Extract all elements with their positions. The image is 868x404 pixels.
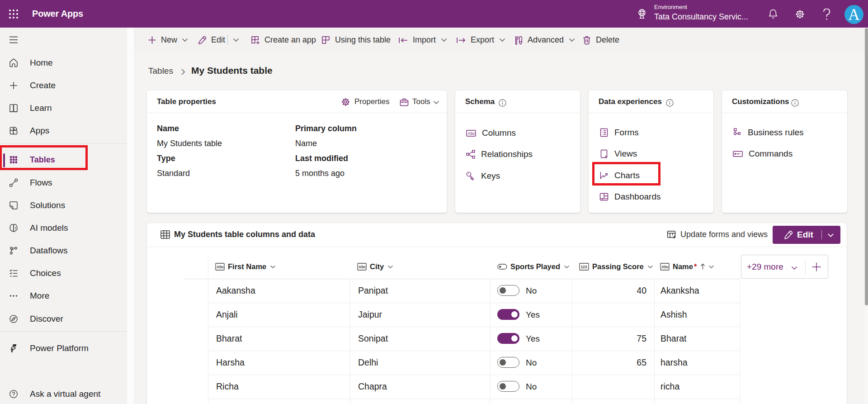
svg-text:Abc: Abc — [217, 265, 224, 269]
svg-text:Abc: Abc — [359, 265, 366, 269]
svg-text:123: 123 — [580, 265, 587, 269]
svg-text:Abc: Abc — [661, 265, 669, 269]
svg-text:Abc: Abc — [468, 131, 476, 136]
